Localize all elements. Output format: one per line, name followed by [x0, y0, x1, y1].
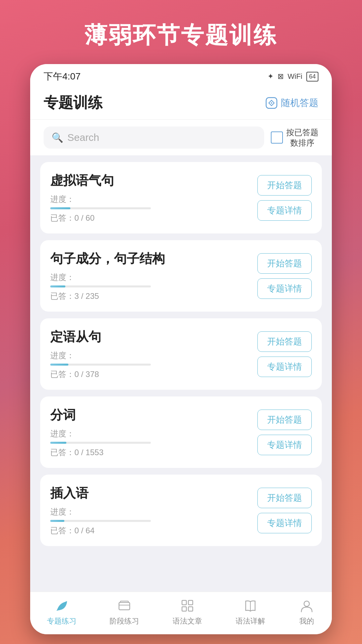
search-placeholder: Search — [67, 132, 99, 143]
progress-bar-bg — [50, 285, 151, 287]
svg-rect-5 — [182, 600, 186, 605]
topic-actions: 开始答题 专题详情 — [257, 175, 312, 221]
topic-name: 插入语 — [50, 485, 251, 502]
progress-bar-fill — [50, 520, 64, 522]
start-answer-button[interactable]: 开始答题 — [257, 253, 312, 274]
topic-info: 分词 进度： 已答：0 / 1553 — [50, 407, 251, 458]
nav-label-topic: 专题练习 — [47, 616, 76, 626]
wifi-icon: WiFi — [288, 72, 302, 81]
header: 专题训练 随机答题 — [30, 86, 332, 120]
nav-item-profile[interactable]: 我的 — [298, 597, 315, 626]
topic-info: 定语从句 进度： 已答：0 / 378 — [50, 328, 251, 380]
topic-info: 句子成分，句子结构 进度： 已答：3 / 235 — [50, 250, 251, 302]
grid-icon — [179, 597, 196, 614]
svg-rect-7 — [182, 607, 186, 611]
nav-item-topic[interactable]: 专题练习 — [47, 597, 76, 626]
leaf-icon — [53, 597, 70, 614]
progress-bar-fill — [50, 285, 65, 287]
phone-frame: 下午4:07 ✦ ⊠ WiFi 64 专题训练 随机答题 🔍 Search 按已… — [30, 64, 332, 634]
battery-icon: 64 — [306, 72, 318, 82]
topic-info: 插入语 进度： 已答：0 / 64 — [50, 485, 251, 536]
layers-icon — [116, 597, 133, 614]
svg-rect-2 — [119, 602, 130, 610]
svg-rect-8 — [188, 607, 193, 611]
random-answer-button[interactable]: 随机答题 — [265, 97, 318, 109]
topic-card: 分词 进度： 已答：0 / 1553 开始答题 专题详情 — [40, 396, 322, 468]
topic-card: 定语从句 进度： 已答：0 / 378 开始答题 专题详情 — [40, 318, 322, 390]
status-icons: ✦ ⊠ WiFi 64 — [267, 72, 318, 82]
page-title: 薄弱环节专题训练 — [84, 20, 278, 51]
progress-bar-fill — [50, 442, 66, 444]
progress-bar-bg — [50, 207, 151, 209]
nav-item-grammar[interactable]: 语法详解 — [236, 597, 265, 626]
status-time: 下午4:07 — [44, 70, 81, 83]
progress-bar-bg — [50, 442, 151, 444]
progress-bar-bg — [50, 520, 151, 522]
topic-name: 定语从句 — [50, 328, 251, 345]
start-answer-button[interactable]: 开始答题 — [257, 175, 312, 196]
topic-detail-button[interactable]: 专题详情 — [257, 278, 312, 299]
person-icon — [298, 597, 315, 614]
topic-card: 句子成分，句子结构 进度： 已答：3 / 235 开始答题 专题详情 — [40, 240, 322, 312]
svg-rect-6 — [188, 600, 193, 605]
sort-checkbox[interactable] — [271, 131, 283, 144]
signal-icon: ⊠ — [278, 72, 284, 81]
topic-name: 句子成分，句子结构 — [50, 250, 251, 267]
topic-progress-label: 进度： — [50, 350, 251, 361]
start-answer-button[interactable]: 开始答题 — [257, 488, 312, 508]
topic-info: 虚拟语气句 进度： 已答：0 / 60 — [50, 172, 251, 223]
topic-actions: 开始答题 专题详情 — [257, 331, 312, 377]
nav-label-article: 语法文章 — [173, 616, 202, 626]
nav-label-stage: 阶段练习 — [110, 616, 139, 626]
topic-progress-label: 进度： — [50, 194, 251, 205]
nav-item-stage[interactable]: 阶段练习 — [110, 597, 139, 626]
topic-actions: 开始答题 专题详情 — [257, 488, 312, 533]
topic-answered: 已答：0 / 1553 — [50, 447, 251, 458]
topic-name: 分词 — [50, 407, 251, 424]
topic-detail-button[interactable]: 专题详情 — [257, 513, 312, 533]
topic-answered: 已答：0 / 64 — [50, 525, 251, 536]
nav-label-grammar: 语法详解 — [236, 616, 265, 626]
topic-progress-label: 进度： — [50, 272, 251, 283]
start-answer-button[interactable]: 开始答题 — [257, 410, 312, 430]
header-title: 专题训练 — [44, 93, 103, 113]
svg-point-10 — [304, 601, 309, 606]
book-icon — [242, 597, 259, 614]
bottom-nav: 专题练习 阶段练习 语法文章 — [30, 592, 332, 634]
sort-label: 按已答题数排序 — [286, 127, 318, 148]
content-area: 虚拟语气句 进度： 已答：0 / 60 开始答题 专题详情 句子成分，句子结构 … — [30, 155, 332, 592]
svg-rect-3 — [120, 601, 128, 602]
progress-bar-fill — [50, 207, 70, 209]
topic-answered: 已答：0 / 60 — [50, 213, 251, 223]
search-section: 🔍 Search 按已答题数排序 — [30, 120, 332, 155]
dice-icon — [265, 97, 278, 109]
topic-answered: 已答：3 / 235 — [50, 291, 251, 302]
topic-detail-button[interactable]: 专题详情 — [257, 435, 312, 455]
search-icon: 🔍 — [52, 132, 63, 143]
topic-progress-label: 进度： — [50, 506, 251, 517]
svg-point-1 — [271, 102, 272, 104]
topic-progress-label: 进度： — [50, 428, 251, 439]
random-label: 随机答题 — [281, 97, 318, 109]
nav-item-article[interactable]: 语法文章 — [173, 597, 202, 626]
search-bar[interactable]: 🔍 Search — [44, 126, 264, 149]
sort-option[interactable]: 按已答题数排序 — [271, 127, 318, 148]
topic-card: 插入语 进度： 已答：0 / 64 开始答题 专题详情 — [40, 475, 322, 546]
progress-bar-fill — [50, 364, 68, 366]
progress-bar-bg — [50, 364, 151, 366]
topic-answered: 已答：0 / 378 — [50, 369, 251, 380]
bluetooth-icon: ✦ — [267, 72, 274, 81]
topic-detail-button[interactable]: 专题详情 — [257, 200, 312, 221]
start-answer-button[interactable]: 开始答题 — [257, 331, 312, 352]
topic-card: 虚拟语气句 进度： 已答：0 / 60 开始答题 专题详情 — [40, 162, 322, 233]
topic-detail-button[interactable]: 专题详情 — [257, 357, 312, 377]
topic-actions: 开始答题 专题详情 — [257, 253, 312, 299]
nav-label-profile: 我的 — [299, 616, 314, 626]
topic-actions: 开始答题 专题详情 — [257, 410, 312, 455]
status-bar: 下午4:07 ✦ ⊠ WiFi 64 — [30, 64, 332, 86]
topic-name: 虚拟语气句 — [50, 172, 251, 189]
